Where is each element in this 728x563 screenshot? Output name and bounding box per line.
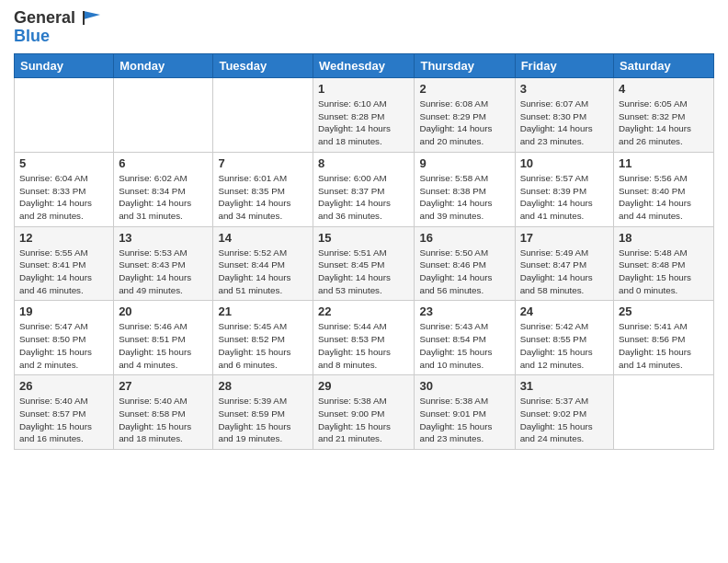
page: General Blue SundayMondayTuesdayWednesda… bbox=[0, 0, 728, 563]
day-info: Sunrise: 6:00 AMSunset: 8:37 PMDaylight:… bbox=[318, 172, 409, 223]
day-info: Sunrise: 5:43 AMSunset: 8:54 PMDaylight:… bbox=[419, 320, 509, 371]
day-info: Sunrise: 5:40 AMSunset: 8:58 PMDaylight:… bbox=[119, 395, 208, 445]
calendar-cell: 7Sunrise: 6:01 AMSunset: 8:35 PMDaylight… bbox=[213, 152, 313, 226]
day-number: 9 bbox=[419, 156, 509, 170]
day-number: 10 bbox=[520, 156, 609, 170]
day-number: 12 bbox=[19, 231, 108, 245]
calendar-header: SundayMondayTuesdayWednesdayThursdayFrid… bbox=[15, 54, 714, 78]
calendar-cell: 15Sunrise: 5:51 AMSunset: 8:45 PMDayligh… bbox=[313, 226, 415, 301]
header-thursday: Thursday bbox=[415, 54, 515, 78]
day-info: Sunrise: 5:39 AMSunset: 8:59 PMDaylight:… bbox=[218, 395, 308, 445]
calendar-cell: 10Sunrise: 5:57 AMSunset: 8:39 PMDayligh… bbox=[515, 152, 613, 226]
week-row-3: 12Sunrise: 5:55 AMSunset: 8:41 PMDayligh… bbox=[15, 226, 714, 301]
day-info: Sunrise: 5:58 AMSunset: 8:38 PMDaylight:… bbox=[419, 172, 509, 223]
header-tuesday: Tuesday bbox=[213, 54, 313, 78]
calendar-cell: 18Sunrise: 5:48 AMSunset: 8:48 PMDayligh… bbox=[614, 226, 714, 301]
day-info: Sunrise: 5:50 AMSunset: 8:46 PMDaylight:… bbox=[419, 247, 509, 297]
day-info: Sunrise: 5:38 AMSunset: 9:00 PMDaylight:… bbox=[318, 395, 409, 445]
calendar-cell: 13Sunrise: 5:53 AMSunset: 8:43 PMDayligh… bbox=[114, 226, 213, 301]
day-number: 11 bbox=[619, 156, 709, 170]
day-number: 6 bbox=[119, 156, 208, 170]
day-info: Sunrise: 6:08 AMSunset: 8:29 PMDaylight:… bbox=[419, 98, 509, 148]
day-info: Sunrise: 5:46 AMSunset: 8:51 PMDaylight:… bbox=[119, 320, 208, 371]
day-info: Sunrise: 5:42 AMSunset: 8:55 PMDaylight:… bbox=[520, 320, 609, 371]
day-info: Sunrise: 5:51 AMSunset: 8:45 PMDaylight:… bbox=[318, 247, 409, 297]
calendar-cell: 8Sunrise: 6:00 AMSunset: 8:37 PMDaylight… bbox=[313, 152, 415, 226]
week-row-2: 5Sunrise: 6:04 AMSunset: 8:33 PMDaylight… bbox=[15, 152, 714, 226]
day-number: 29 bbox=[318, 379, 409, 393]
svg-marker-0 bbox=[84, 11, 100, 19]
calendar-cell: 12Sunrise: 5:55 AMSunset: 8:41 PMDayligh… bbox=[15, 226, 114, 301]
calendar-cell: 26Sunrise: 5:40 AMSunset: 8:57 PMDayligh… bbox=[15, 375, 114, 450]
day-number: 31 bbox=[520, 379, 609, 393]
calendar-cell: 31Sunrise: 5:37 AMSunset: 9:02 PMDayligh… bbox=[515, 375, 613, 450]
day-number: 28 bbox=[218, 379, 308, 393]
day-info: Sunrise: 5:44 AMSunset: 8:53 PMDaylight:… bbox=[318, 320, 409, 371]
day-number: 15 bbox=[318, 231, 409, 245]
calendar-cell: 22Sunrise: 5:44 AMSunset: 8:53 PMDayligh… bbox=[313, 301, 415, 375]
calendar-cell: 19Sunrise: 5:47 AMSunset: 8:50 PMDayligh… bbox=[15, 301, 114, 375]
day-number: 4 bbox=[619, 82, 709, 96]
header-row: SundayMondayTuesdayWednesdayThursdayFrid… bbox=[15, 54, 714, 78]
day-info: Sunrise: 5:55 AMSunset: 8:41 PMDaylight:… bbox=[19, 247, 108, 297]
day-info: Sunrise: 5:52 AMSunset: 8:44 PMDaylight:… bbox=[218, 247, 308, 297]
day-number: 27 bbox=[119, 379, 208, 393]
calendar-cell: 30Sunrise: 5:38 AMSunset: 9:01 PMDayligh… bbox=[415, 375, 515, 450]
logo-flag-icon bbox=[82, 9, 102, 26]
day-number: 2 bbox=[419, 82, 509, 96]
header-sunday: Sunday bbox=[15, 54, 114, 78]
calendar-cell: 11Sunrise: 5:56 AMSunset: 8:40 PMDayligh… bbox=[614, 152, 714, 226]
calendar-table: SundayMondayTuesdayWednesdayThursdayFrid… bbox=[14, 53, 714, 450]
week-row-4: 19Sunrise: 5:47 AMSunset: 8:50 PMDayligh… bbox=[15, 301, 714, 375]
calendar-cell: 6Sunrise: 6:02 AMSunset: 8:34 PMDaylight… bbox=[114, 152, 213, 226]
calendar-cell: 28Sunrise: 5:39 AMSunset: 8:59 PMDayligh… bbox=[213, 375, 313, 450]
day-info: Sunrise: 6:02 AMSunset: 8:34 PMDaylight:… bbox=[119, 172, 208, 223]
calendar-cell: 24Sunrise: 5:42 AMSunset: 8:55 PMDayligh… bbox=[515, 301, 613, 375]
day-number: 16 bbox=[419, 231, 509, 245]
day-info: Sunrise: 5:48 AMSunset: 8:48 PMDaylight:… bbox=[619, 247, 709, 297]
logo-text-line1: General bbox=[14, 9, 102, 28]
calendar-cell bbox=[614, 375, 714, 450]
calendar-cell: 3Sunrise: 6:07 AMSunset: 8:30 PMDaylight… bbox=[515, 78, 613, 153]
day-number: 24 bbox=[520, 304, 609, 318]
day-number: 5 bbox=[19, 156, 108, 170]
day-info: Sunrise: 6:10 AMSunset: 8:28 PMDaylight:… bbox=[318, 98, 409, 148]
calendar-cell: 16Sunrise: 5:50 AMSunset: 8:46 PMDayligh… bbox=[415, 226, 515, 301]
day-number: 1 bbox=[318, 82, 409, 96]
header-friday: Friday bbox=[515, 54, 613, 78]
calendar-cell: 1Sunrise: 6:10 AMSunset: 8:28 PMDaylight… bbox=[313, 78, 415, 153]
logo-text-line2: Blue bbox=[14, 28, 50, 46]
day-number: 14 bbox=[218, 231, 308, 245]
day-number: 13 bbox=[119, 231, 208, 245]
header-monday: Monday bbox=[114, 54, 213, 78]
day-info: Sunrise: 6:07 AMSunset: 8:30 PMDaylight:… bbox=[520, 98, 609, 148]
calendar-cell bbox=[114, 78, 213, 153]
day-number: 17 bbox=[520, 231, 609, 245]
calendar-cell: 2Sunrise: 6:08 AMSunset: 8:29 PMDaylight… bbox=[415, 78, 515, 153]
week-row-5: 26Sunrise: 5:40 AMSunset: 8:57 PMDayligh… bbox=[15, 375, 714, 450]
calendar-cell: 29Sunrise: 5:38 AMSunset: 9:00 PMDayligh… bbox=[313, 375, 415, 450]
calendar-body: 1Sunrise: 6:10 AMSunset: 8:28 PMDaylight… bbox=[15, 78, 714, 450]
day-info: Sunrise: 5:38 AMSunset: 9:01 PMDaylight:… bbox=[419, 395, 509, 445]
day-info: Sunrise: 5:40 AMSunset: 8:57 PMDaylight:… bbox=[19, 395, 108, 445]
day-number: 3 bbox=[520, 82, 609, 96]
week-row-1: 1Sunrise: 6:10 AMSunset: 8:28 PMDaylight… bbox=[15, 78, 714, 153]
calendar-cell: 14Sunrise: 5:52 AMSunset: 8:44 PMDayligh… bbox=[213, 226, 313, 301]
calendar-cell: 17Sunrise: 5:49 AMSunset: 8:47 PMDayligh… bbox=[515, 226, 613, 301]
day-info: Sunrise: 5:57 AMSunset: 8:39 PMDaylight:… bbox=[520, 172, 609, 223]
day-info: Sunrise: 5:49 AMSunset: 8:47 PMDaylight:… bbox=[520, 247, 609, 297]
day-number: 25 bbox=[619, 304, 709, 318]
calendar-cell: 9Sunrise: 5:58 AMSunset: 8:38 PMDaylight… bbox=[415, 152, 515, 226]
day-number: 21 bbox=[218, 304, 308, 318]
day-info: Sunrise: 5:56 AMSunset: 8:40 PMDaylight:… bbox=[619, 172, 709, 223]
day-info: Sunrise: 5:41 AMSunset: 8:56 PMDaylight:… bbox=[619, 320, 709, 371]
calendar-cell: 20Sunrise: 5:46 AMSunset: 8:51 PMDayligh… bbox=[114, 301, 213, 375]
day-info: Sunrise: 5:45 AMSunset: 8:52 PMDaylight:… bbox=[218, 320, 308, 371]
day-number: 7 bbox=[218, 156, 308, 170]
calendar-cell: 27Sunrise: 5:40 AMSunset: 8:58 PMDayligh… bbox=[114, 375, 213, 450]
day-info: Sunrise: 6:01 AMSunset: 8:35 PMDaylight:… bbox=[218, 172, 308, 223]
day-number: 26 bbox=[19, 379, 108, 393]
day-info: Sunrise: 5:47 AMSunset: 8:50 PMDaylight:… bbox=[19, 320, 108, 371]
calendar-cell bbox=[15, 78, 114, 153]
logo: General Blue bbox=[14, 9, 102, 46]
